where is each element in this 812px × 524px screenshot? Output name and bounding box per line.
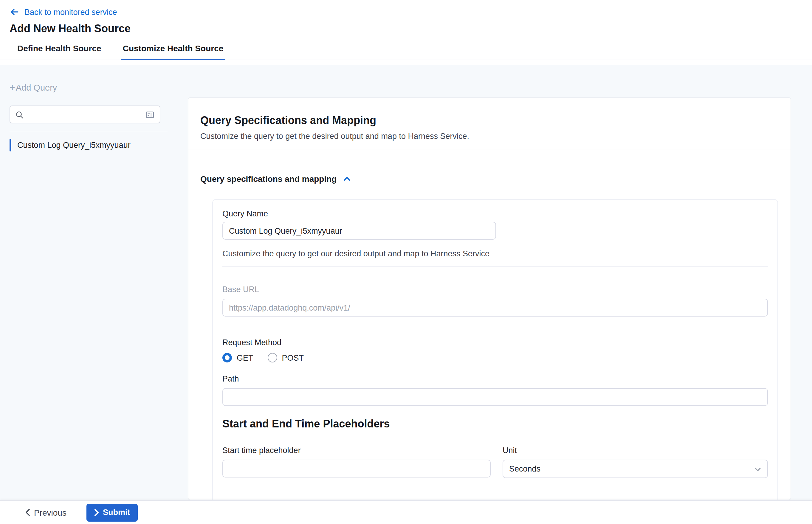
tab-bar: Define Health Source Customize Health So… xyxy=(0,44,812,60)
start-time-field: Start time placeholder xyxy=(222,446,491,478)
submit-button[interactable]: Submit xyxy=(87,504,138,521)
query-sidebar: + Add Query Custom Log Query_i5xmyyuaur xyxy=(0,65,188,500)
previous-button[interactable]: Previous xyxy=(25,508,66,517)
submit-button-label: Submit xyxy=(103,508,130,517)
page-header: Back to monitored service Add New Health… xyxy=(0,0,812,35)
query-spec-panel: Query Specifications and Mapping Customi… xyxy=(188,97,791,500)
start-time-label: Start time placeholder xyxy=(222,446,491,455)
unit-field: Unit Seconds xyxy=(503,446,768,478)
radio-unselected-icon xyxy=(268,353,277,362)
table-view-icon[interactable] xyxy=(145,110,155,119)
query-name-input[interactable] xyxy=(222,222,496,240)
base-url-input[interactable] xyxy=(222,299,768,316)
path-input[interactable] xyxy=(222,388,768,406)
plus-icon: + xyxy=(10,83,15,92)
radio-get[interactable]: GET xyxy=(222,353,254,362)
section-title: Query specifications and mapping xyxy=(200,174,337,184)
panel-header: Query Specifications and Mapping Customi… xyxy=(189,98,791,150)
search-icon xyxy=(16,111,23,118)
radio-post[interactable]: POST xyxy=(268,353,304,362)
radio-post-label: POST xyxy=(282,353,304,362)
sidebar-divider xyxy=(10,132,167,132)
path-label: Path xyxy=(222,374,768,383)
request-method-label: Request Method xyxy=(222,338,768,347)
query-form-card: Query Name Customize the query to get ou… xyxy=(212,199,778,500)
start-time-input[interactable] xyxy=(222,460,491,477)
chevron-up-icon[interactable] xyxy=(342,175,351,182)
query-item-label: Custom Log Query_i5xmyyuaur xyxy=(17,141,131,150)
tab-customize-health-source[interactable]: Customize Health Source xyxy=(121,44,225,60)
chevron-left-icon xyxy=(25,508,30,516)
base-url-label: Base URL xyxy=(222,285,768,294)
selected-indicator xyxy=(10,139,11,151)
radio-selected-icon xyxy=(222,353,232,362)
wizard-footer: Previous Submit xyxy=(0,500,812,524)
form-divider xyxy=(222,266,768,267)
query-name-label: Query Name xyxy=(222,209,768,218)
unit-select[interactable]: Seconds xyxy=(503,460,768,478)
app-window: Back to monitored service Add New Health… xyxy=(0,0,812,524)
unit-label: Unit xyxy=(503,446,768,455)
panel-subtitle: Customize the query to get the desired o… xyxy=(200,132,779,141)
previous-button-label: Previous xyxy=(34,508,66,517)
request-method-group: GET POST xyxy=(222,353,768,362)
tab-define-health-source[interactable]: Define Health Source xyxy=(16,44,103,60)
query-helper-text: Customize the query to get our desired o… xyxy=(222,249,768,258)
placeholders-row: Start time placeholder Unit Seconds xyxy=(222,446,768,478)
section-header: Query specifications and mapping xyxy=(200,174,791,184)
radio-get-label: GET xyxy=(237,353,254,362)
unit-select-value: Seconds xyxy=(509,464,540,473)
search-input[interactable] xyxy=(28,110,141,119)
page-title: Add New Health Source xyxy=(10,23,802,35)
panel-title: Query Specifications and Mapping xyxy=(200,114,779,127)
chevron-down-icon xyxy=(754,466,761,472)
add-query-button[interactable]: + Add Query xyxy=(10,83,57,93)
content-area: + Add Query Custom Log Query_i5xmyyuaur xyxy=(0,65,812,500)
query-search-box xyxy=(10,105,160,124)
back-link-label: Back to monitored service xyxy=(25,7,117,16)
chevron-right-icon xyxy=(95,509,99,516)
add-query-label: Add Query xyxy=(16,83,57,93)
back-link[interactable]: Back to monitored service xyxy=(10,7,117,17)
arrow-left-icon xyxy=(10,7,19,17)
placeholders-heading: Start and End Time Placeholders xyxy=(222,418,768,430)
query-list-item[interactable]: Custom Log Query_i5xmyyuaur xyxy=(10,139,188,151)
